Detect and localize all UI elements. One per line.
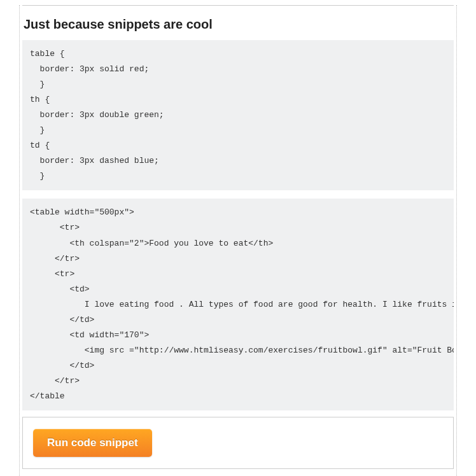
run-code-snippet-button[interactable]: Run code snippet [33, 429, 152, 457]
snippet-runner-box: Run code snippet [22, 417, 454, 469]
code-block-html[interactable]: <table width="500px"> <tr> <th colspan="… [22, 199, 454, 410]
answer-container: Just because snippets are cool table { b… [19, 5, 457, 476]
answer-heading: Just because snippets are cool [24, 17, 454, 32]
divider-top [22, 5, 454, 6]
code-block-css[interactable]: table { border: 3px solid red; } th { bo… [22, 40, 454, 190]
